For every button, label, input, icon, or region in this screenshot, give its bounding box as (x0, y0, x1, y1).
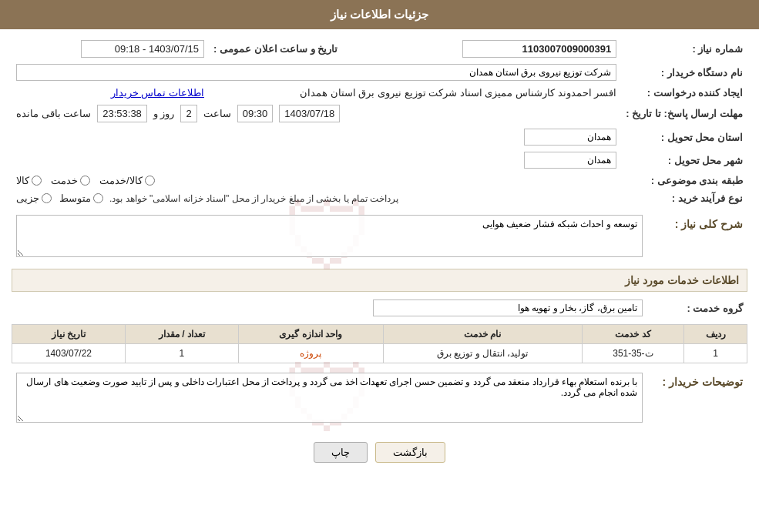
table-cell: 1403/07/22 (12, 344, 126, 363)
page-wrapper: جزئیات اطلاعات نیاز شماره نیاز : 1103007… (0, 0, 759, 532)
buyer-notes-value: 🛡 (12, 370, 647, 428)
row-service-group: گروه خدمت : (12, 296, 747, 320)
delivery-city-input[interactable] (524, 152, 616, 169)
delivery-province-label: استان محل تحویل : (621, 125, 747, 149)
row-delivery-city: شهر محل تحویل : (12, 149, 747, 172)
category-radio-kala[interactable] (32, 176, 42, 186)
category-radio-khedmat[interactable] (80, 176, 90, 186)
reply-time-label: ساعت (203, 108, 231, 119)
reply-deadline-row: ساعت باقی مانده 23:53:38 روز و 2 ساعت 09… (12, 102, 621, 125)
services-section-header: اطلاعات خدمات مورد نیاز (12, 269, 747, 292)
process-option-jazii[interactable]: جزیی (16, 192, 52, 204)
contact-info-cell: اطلاعات تماس خریدار (12, 84, 209, 102)
creator-label: ایجاد کننده درخواست : (621, 84, 747, 102)
service-group-input[interactable] (373, 299, 643, 316)
reply-remaining-label: ساعت باقی مانده (16, 108, 91, 119)
row-buyer-notes: توضیحات خریدار : 🛡 (12, 370, 747, 428)
reply-days-label: روز و (153, 108, 175, 119)
buyer-org-value (12, 61, 621, 84)
buyer-notes-label: توضیحات خریدار : (647, 370, 747, 428)
col-date: تاریخ نیاز (12, 325, 126, 344)
col-unit: واحد اندازه گیری (238, 325, 383, 344)
delivery-city-label: شهر محل تحویل : (621, 149, 747, 172)
col-service-name: نام خدمت (383, 325, 582, 344)
reply-remaining-box: 23:53:38 (97, 105, 147, 122)
announce-date-label: تاریخ و ساعت اعلان عمومی : (209, 37, 342, 61)
col-quantity: تعداد / مقدار (125, 325, 238, 344)
service-group-value (12, 296, 647, 320)
need-desc-label: شرح کلی نیاز : (647, 212, 747, 263)
buyer-org-label: نام دستگاه خریدار : (621, 61, 747, 84)
table-cell: 1 (125, 344, 238, 363)
category-radio-kala-khedmat[interactable] (145, 176, 155, 186)
category-radios: کالا خدمت کالا/خدمت (12, 172, 621, 189)
col-service-code: کد خدمت (582, 325, 683, 344)
process-note: پرداخت تمام یا بخشی از مبلغ خریدار از مح… (109, 193, 398, 204)
row-need-desc: شرح کلی نیاز : 🛡 (12, 212, 747, 263)
page-header: جزئیات اطلاعات نیاز (0, 0, 759, 29)
need-number-value: 1103007009000391 (358, 37, 621, 61)
delivery-province-value (12, 125, 621, 149)
buyer-org-input[interactable] (16, 64, 616, 81)
table-cell: 1 (684, 344, 747, 363)
contact-info-link[interactable]: اطلاعات تماس خریدار (111, 87, 204, 99)
table-cell: تولید، انتقال و توزیع برق (383, 344, 582, 363)
row-need-number: شماره نیاز : 1103007009000391 تاریخ و سا… (12, 37, 747, 61)
content-area: شماره نیاز : 1103007009000391 تاریخ و سا… (0, 29, 759, 480)
services-table-head: ردیف کد خدمت نام خدمت واحد اندازه گیری ت… (12, 325, 747, 344)
category-option-kala-khedmat[interactable]: کالا/خدمت (99, 175, 155, 186)
row-category: طبقه بندی موضوعی : کالا خدمت کالا/خدمت (12, 172, 747, 189)
process-type-row: جزیی متوسط پرداخت تمام یا بخشی از مبلغ خ… (16, 192, 616, 204)
footer-buttons: بازگشت چاپ (12, 433, 747, 472)
buyer-notes-textarea[interactable] (16, 373, 643, 423)
reply-deadline-fields: ساعت باقی مانده 23:53:38 روز و 2 ساعت 09… (16, 105, 616, 122)
reply-date-box: 1403/07/18 (279, 105, 340, 122)
reply-days-box: 2 (180, 105, 196, 122)
back-button[interactable]: بازگشت (375, 442, 445, 463)
col-row-num: ردیف (684, 325, 747, 344)
delivery-province-input[interactable] (524, 129, 616, 146)
need-number-label: شماره نیاز : (621, 37, 747, 61)
creator-value: افسر احمدوند کارشناس ممیزی اسناد شرکت تو… (209, 84, 621, 102)
service-group-table: گروه خدمت : (12, 296, 747, 320)
delivery-city-value (12, 149, 621, 172)
process-radio-motavasset[interactable] (93, 193, 103, 203)
page-title: جزئیات اطلاعات نیاز (331, 8, 428, 21)
services-table-header-row: ردیف کد خدمت نام خدمت واحد اندازه گیری ت… (12, 325, 747, 344)
table-row: 1ت-35-351تولید، انتقال و توزیع برقپروژه1… (12, 344, 747, 363)
process-radio-group: جزیی متوسط (16, 192, 103, 204)
row-process-type: نوع فرآیند خرید : جزیی متوسط (12, 189, 747, 207)
services-table: ردیف کد خدمت نام خدمت واحد اندازه گیری ت… (12, 324, 747, 363)
need-desc-value: 🛡 (12, 212, 647, 263)
need-desc-textarea[interactable] (16, 215, 643, 257)
reply-time-box: 09:30 (237, 105, 274, 122)
row-creator: ایجاد کننده درخواست : افسر احمدوند کارشن… (12, 84, 747, 102)
category-option-kala[interactable]: کالا (16, 175, 42, 186)
row-buyer-org: نام دستگاه خریدار : (12, 61, 747, 84)
category-label: طبقه بندی موضوعی : (621, 172, 747, 189)
row-delivery-province: استان محل تحویل : (12, 125, 747, 149)
row-reply-deadline: مهلت ارسال پاسخ: تا تاریخ : ساعت باقی ما… (12, 102, 747, 125)
buyer-notes-container: 🛡 (16, 373, 643, 425)
buyer-notes-table: توضیحات خریدار : 🛡 (12, 370, 747, 428)
main-info-table: شماره نیاز : 1103007009000391 تاریخ و سا… (12, 37, 747, 207)
need-number-box: 1103007009000391 (462, 40, 616, 58)
process-option-motavasset[interactable]: متوسط (59, 192, 103, 204)
services-table-body: 1ت-35-351تولید، انتقال و توزیع برقپروژه1… (12, 344, 747, 363)
category-radio-group: کالا خدمت کالا/خدمت (16, 175, 616, 186)
announce-date-box: 1403/07/15 - 09:18 (81, 40, 204, 58)
print-button[interactable]: چاپ (314, 442, 368, 463)
service-group-label: گروه خدمت : (647, 296, 747, 320)
process-radio-jazii[interactable] (42, 193, 52, 203)
need-desc-container: 🛡 (16, 215, 643, 259)
table-cell: پروژه (238, 344, 383, 363)
process-type-label: نوع فرآیند خرید : (621, 189, 747, 207)
table-cell: ت-35-351 (582, 344, 683, 363)
process-type-area: جزیی متوسط پرداخت تمام یا بخشی از مبلغ خ… (12, 189, 621, 207)
announce-date-value: 1403/07/15 - 09:18 (12, 37, 209, 61)
need-desc-table: شرح کلی نیاز : 🛡 (12, 212, 747, 263)
reply-deadline-label: مهلت ارسال پاسخ: تا تاریخ : (621, 102, 747, 125)
category-option-khedmat[interactable]: خدمت (51, 175, 90, 186)
